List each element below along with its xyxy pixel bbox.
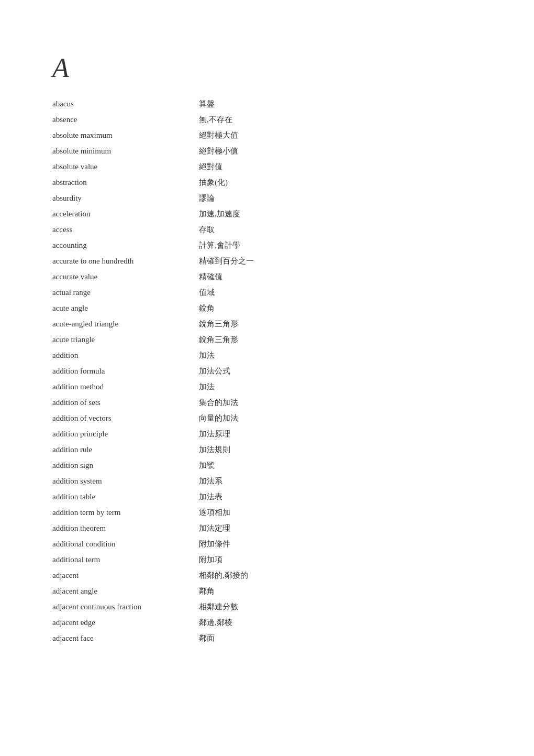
entry-chinese: 銳角三角形 — [199, 333, 238, 346]
section-letter: A — [52, 52, 482, 83]
list-item: abacus算盤 — [52, 96, 482, 112]
entry-english: addition term by term — [52, 506, 199, 519]
entry-chinese: 值域 — [199, 286, 215, 299]
list-item: addition of vectors向量的加法 — [52, 410, 482, 426]
list-item: adjacent face鄰面 — [52, 630, 482, 646]
list-item: abstraction抽象(化) — [52, 174, 482, 190]
entry-english: addition principle — [52, 428, 199, 440]
entry-english: abacus — [52, 97, 199, 110]
entry-english: acute triangle — [52, 333, 199, 346]
list-item: absurdity謬論 — [52, 190, 482, 206]
entry-english: addition theorem — [52, 522, 199, 534]
entry-english: addition rule — [52, 443, 199, 456]
entry-english: access — [52, 223, 199, 236]
list-item: accurate value精確值 — [52, 269, 482, 284]
entry-chinese: 銳角 — [199, 302, 215, 314]
entry-english: accurate value — [52, 270, 199, 283]
entry-chinese: 鄰邊,鄰棱 — [199, 616, 232, 629]
list-item: adjacent edge鄰邊,鄰棱 — [52, 615, 482, 630]
entry-chinese: 鄰角 — [199, 585, 215, 597]
list-item: addition theorem加法定理 — [52, 520, 482, 536]
entry-chinese: 加號 — [199, 459, 215, 472]
entry-chinese: 集合的加法 — [199, 396, 238, 409]
list-item: addition rule加法規則 — [52, 442, 482, 457]
entry-chinese: 加速,加速度 — [199, 207, 240, 220]
entry-chinese: 加法表 — [199, 490, 222, 503]
list-item: actual range值域 — [52, 284, 482, 300]
entry-english: absurdity — [52, 192, 199, 204]
entry-english: addition sign — [52, 459, 199, 472]
list-item: addition of sets集合的加法 — [52, 395, 482, 410]
list-item: accounting計算,會計學 — [52, 237, 482, 253]
entry-chinese: 加法 — [199, 380, 215, 393]
entry-chinese: 謬論 — [199, 192, 215, 204]
entry-english: adjacent continuous fraction — [52, 600, 199, 613]
list-item: addition term by term逐項相加 — [52, 505, 482, 520]
entry-english: adjacent edge — [52, 616, 199, 629]
entry-chinese: 算盤 — [199, 97, 215, 110]
entry-english: absolute maximum — [52, 129, 199, 141]
entry-chinese: 加法 — [199, 349, 215, 361]
entry-english: additional term — [52, 553, 199, 566]
entry-english: accounting — [52, 239, 199, 251]
list-item: addition principle加法原理 — [52, 426, 482, 442]
entry-chinese: 銳角三角形 — [199, 317, 238, 330]
entry-chinese: 加法規則 — [199, 443, 230, 456]
entry-english: addition system — [52, 475, 199, 487]
list-item: acceleration加速,加速度 — [52, 206, 482, 222]
entry-english: addition table — [52, 490, 199, 503]
entry-chinese: 絕對極大值 — [199, 129, 238, 141]
list-item: accurate to one hundredth精確到百分之一 — [52, 253, 482, 269]
entry-chinese: 加法定理 — [199, 522, 230, 534]
entry-chinese: 加法系 — [199, 475, 222, 487]
entry-english: addition method — [52, 380, 199, 393]
entry-list: abacus算盤absence無,不存在absolute maximum絕對極大… — [52, 96, 482, 646]
entry-english: acute-angled triangle — [52, 317, 199, 330]
list-item: adjacent相鄰的,鄰接的 — [52, 567, 482, 583]
entry-chinese: 鄰面 — [199, 632, 215, 644]
entry-chinese: 絕對值 — [199, 160, 222, 173]
entry-chinese: 絕對極小值 — [199, 145, 238, 157]
list-item: addition table加法表 — [52, 489, 482, 505]
entry-chinese: 無,不存在 — [199, 113, 232, 126]
entry-chinese: 精確到百分之一 — [199, 255, 254, 267]
entry-english: addition of vectors — [52, 412, 199, 424]
list-item: acute angle銳角 — [52, 300, 482, 316]
entry-english: adjacent face — [52, 632, 199, 644]
entry-english: absence — [52, 113, 199, 126]
entry-chinese: 附加條件 — [199, 538, 230, 550]
list-item: addition formula加法公式 — [52, 363, 482, 379]
list-item: additional term附加項 — [52, 552, 482, 567]
list-item: absolute minimum絕對極小值 — [52, 143, 482, 159]
entry-english: accurate to one hundredth — [52, 255, 199, 267]
list-item: addition sign加號 — [52, 457, 482, 473]
list-item: absolute maximum絕對極大值 — [52, 127, 482, 143]
entry-chinese: 逐項相加 — [199, 506, 230, 519]
entry-english: adjacent — [52, 569, 199, 582]
list-item: addition system加法系 — [52, 473, 482, 489]
entry-chinese: 相鄰連分數 — [199, 600, 238, 613]
entry-english: addition of sets — [52, 396, 199, 409]
entry-chinese: 加法原理 — [199, 428, 230, 440]
list-item: absence無,不存在 — [52, 112, 482, 127]
entry-chinese: 計算,會計學 — [199, 239, 240, 251]
list-item: addition method加法 — [52, 379, 482, 395]
entry-english: absolute value — [52, 160, 199, 173]
list-item: addition加法 — [52, 347, 482, 363]
entry-english: addition — [52, 349, 199, 361]
list-item: acute-angled triangle銳角三角形 — [52, 316, 482, 332]
entry-chinese: 精確值 — [199, 270, 222, 283]
list-item: additional condition附加條件 — [52, 536, 482, 552]
entry-chinese: 附加項 — [199, 553, 222, 566]
entry-english: abstraction — [52, 176, 199, 189]
entry-chinese: 向量的加法 — [199, 412, 238, 424]
entry-english: acute angle — [52, 302, 199, 314]
entry-english: additional condition — [52, 538, 199, 550]
entry-english: acceleration — [52, 207, 199, 220]
entry-english: addition formula — [52, 365, 199, 377]
entry-chinese: 加法公式 — [199, 365, 230, 377]
entry-english: actual range — [52, 286, 199, 299]
entry-english: adjacent angle — [52, 585, 199, 597]
entry-chinese: 相鄰的,鄰接的 — [199, 569, 248, 582]
list-item: adjacent angle鄰角 — [52, 583, 482, 599]
